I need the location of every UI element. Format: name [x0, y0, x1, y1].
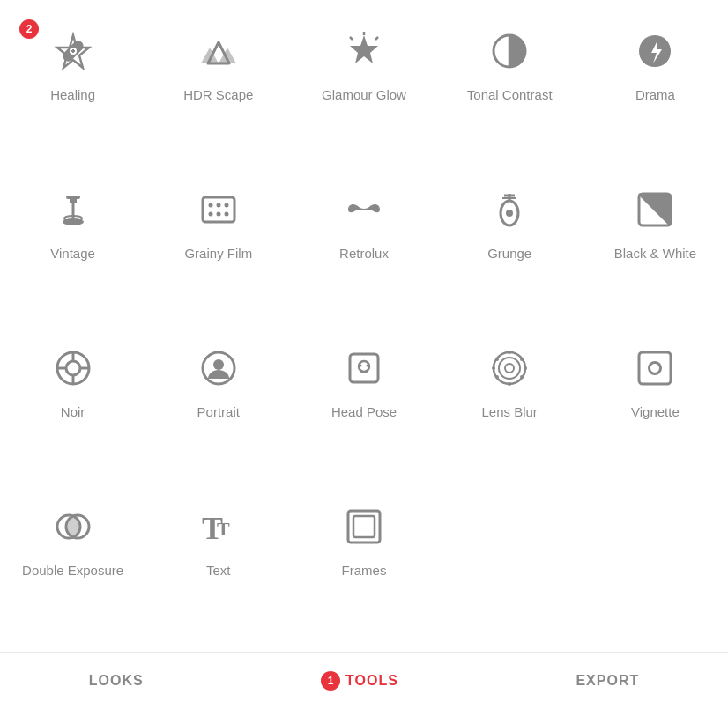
vignette-icon: [628, 342, 681, 395]
grainy-film-icon: [192, 183, 245, 236]
tool-lens-blur[interactable]: Lens Blur: [437, 326, 583, 484]
nav-tools-label: TOOLS: [345, 673, 398, 689]
tool-text[interactable]: T T Text: [145, 484, 291, 643]
noir-icon: [47, 342, 100, 395]
vintage-icon: [47, 183, 100, 236]
tonal-contrast-icon: [483, 25, 536, 78]
svg-point-22: [224, 203, 228, 208]
tool-black-white[interactable]: Black & White: [583, 167, 728, 326]
tools-grid: 2 Healing HDR Scape: [0, 0, 728, 652]
head-pose-icon: [338, 342, 390, 395]
frames-icon: [338, 500, 390, 553]
tool-grunge[interactable]: Grunge: [437, 167, 583, 326]
black-white-icon: [628, 183, 681, 236]
glamour-glow-label: Glamour Glow: [322, 86, 406, 104]
grunge-label: Grunge: [487, 245, 531, 262]
svg-rect-19: [203, 197, 234, 222]
hdr-scape-icon: [192, 25, 245, 78]
healing-icon: [47, 25, 100, 78]
double-exposure-label: Double Exposure: [22, 562, 123, 580]
hdr-scape-label: HDR Scape: [183, 86, 253, 104]
tool-hdr-scape[interactable]: HDR Scape: [145, 9, 291, 167]
healing-badge: 2: [19, 19, 39, 39]
vignette-label: Vignette: [631, 403, 680, 421]
svg-point-21: [216, 203, 220, 208]
text-label: Text: [206, 562, 231, 580]
svg-point-51: [520, 375, 524, 379]
retrolux-icon: [338, 183, 390, 236]
retrolux-label: Retrolux: [339, 245, 389, 262]
glamour-glow-icon: [338, 25, 390, 78]
svg-text:T: T: [217, 518, 230, 540]
svg-point-40: [213, 359, 224, 370]
nav-tools[interactable]: 1 TOOLS: [321, 671, 398, 691]
svg-point-55: [495, 358, 499, 361]
nav-looks-label: LOOKS: [89, 673, 144, 689]
svg-rect-41: [350, 354, 378, 382]
tool-drama[interactable]: Drama: [583, 9, 728, 167]
tool-noir[interactable]: Noir: [0, 326, 145, 484]
tool-tonal-contrast[interactable]: Tonal Contrast: [437, 9, 583, 167]
svg-point-54: [492, 366, 495, 370]
text-icon: T T: [192, 500, 245, 553]
tool-double-exposure[interactable]: Double Exposure: [0, 484, 145, 643]
svg-point-23: [208, 212, 212, 217]
nav-export[interactable]: EXPORT: [576, 673, 639, 689]
tool-frames[interactable]: Frames: [291, 484, 436, 643]
tool-vintage[interactable]: Vintage: [0, 167, 145, 326]
svg-point-48: [508, 351, 511, 354]
tool-portrait[interactable]: Portrait: [145, 326, 291, 484]
grainy-film-label: Grainy Film: [184, 245, 252, 262]
svg-line-10: [375, 37, 378, 40]
svg-marker-8: [350, 35, 378, 63]
double-exposure-icon: [47, 500, 100, 553]
lens-blur-label: Lens Blur: [482, 403, 538, 421]
drama-label: Drama: [635, 86, 675, 104]
nav-looks[interactable]: LOOKS: [89, 673, 144, 689]
portrait-icon: [192, 342, 245, 395]
tool-healing[interactable]: 2 Healing: [0, 9, 145, 167]
svg-point-43: [359, 365, 361, 367]
svg-point-25: [224, 212, 228, 217]
bottom-navigation: LOOKS 1 TOOLS EXPORT: [0, 652, 728, 709]
svg-point-53: [495, 375, 499, 379]
svg-rect-64: [353, 516, 375, 537]
drama-icon: [628, 25, 681, 78]
tool-grainy-film[interactable]: Grainy Film: [145, 167, 291, 326]
healing-label: Healing: [50, 86, 95, 104]
black-white-label: Black & White: [614, 245, 696, 262]
grunge-icon: [483, 183, 536, 236]
svg-point-44: [366, 365, 368, 367]
svg-point-58: [650, 364, 659, 373]
svg-point-24: [216, 212, 220, 217]
tools-badge: 1: [321, 671, 340, 691]
head-pose-label: Head Pose: [331, 403, 397, 421]
svg-point-20: [208, 203, 212, 208]
portrait-label: Portrait: [197, 403, 240, 421]
svg-point-27: [506, 210, 513, 217]
svg-point-50: [524, 366, 527, 370]
svg-point-47: [505, 364, 514, 373]
nav-export-label: EXPORT: [576, 673, 639, 689]
tool-retrolux[interactable]: Retrolux: [291, 167, 436, 326]
tool-vignette[interactable]: Vignette: [583, 326, 728, 484]
tool-head-pose[interactable]: Head Pose: [291, 326, 436, 484]
noir-label: Noir: [61, 403, 85, 421]
svg-point-34: [66, 361, 80, 375]
lens-blur-icon: [483, 342, 536, 395]
svg-rect-15: [70, 196, 77, 203]
svg-line-11: [350, 37, 353, 40]
frames-label: Frames: [342, 562, 387, 580]
tonal-contrast-label: Tonal Contrast: [467, 86, 553, 104]
svg-point-46: [499, 358, 520, 379]
tool-glamour-glow[interactable]: Glamour Glow: [291, 9, 436, 167]
svg-point-52: [508, 382, 511, 386]
vintage-label: Vintage: [50, 245, 95, 262]
svg-point-49: [520, 358, 524, 361]
